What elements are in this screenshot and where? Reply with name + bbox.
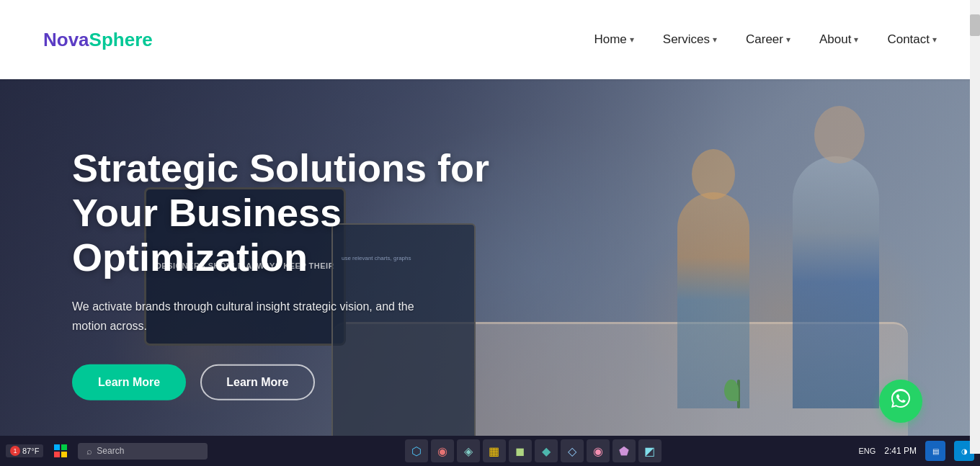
app-icon-4: ◉ [593, 444, 603, 458]
person-2-body [793, 156, 879, 408]
hero-section: DESIGNERS SHOULD ALWAYS KEEP THEIR use r… [0, 79, 980, 466]
taskbar-right: ENG 2:41 PM ▤ ◑ [858, 441, 974, 461]
search-text: Search [97, 446, 124, 456]
taskbar-search[interactable]: ⌕ Search [78, 443, 208, 460]
lang-display: ENG [858, 447, 876, 455]
windows-icon [54, 444, 67, 457]
home-chevron-icon: ▾ [630, 35, 634, 45]
nav-about[interactable]: About ▾ [819, 32, 858, 47]
temp-badge: 1 [10, 446, 20, 456]
taskbar-icon-3[interactable]: ◈ [457, 439, 480, 462]
learn-more-secondary-button[interactable]: Learn More [200, 364, 314, 400]
learn-more-primary-button[interactable]: Learn More [72, 364, 186, 400]
clock: 2:41 PM [884, 446, 917, 456]
plant-decoration [728, 380, 749, 423]
chrome-icon: ◉ [437, 444, 447, 458]
profile-badge: ▤ [932, 447, 939, 455]
whatsapp-icon [889, 387, 912, 416]
profile-badge-2: ◑ [961, 447, 968, 455]
app-icon-2: ◆ [542, 444, 551, 458]
time-display: 2:41 PM [884, 446, 917, 456]
hero-title: Strategic Solutions for Your Business Op… [72, 145, 576, 279]
app-icon: ◼ [515, 444, 525, 458]
search-icon: ⌕ [86, 446, 92, 457]
profile-icon-1[interactable]: ▤ [925, 441, 945, 461]
navigation: Home ▾ Services ▾ Career ▾ About ▾ Conta… [594, 32, 937, 47]
taskbar-icon-8[interactable]: ◉ [587, 439, 610, 462]
whatsapp-button[interactable] [879, 380, 922, 423]
taskbar-center-icons: ⬡ ◉ ◈ ▦ ◼ ◆ ◇ ◉ ⬟ ◩ [405, 439, 662, 462]
taskbar-icon-4[interactable]: ▦ [483, 439, 506, 462]
temp-value: 87°F [22, 447, 39, 455]
taskbar-icon-10[interactable]: ◩ [638, 439, 662, 462]
hero-buttons: Learn More Learn More [72, 364, 576, 400]
logo-part1: Nova [43, 29, 89, 50]
nav-home[interactable]: Home ▾ [594, 32, 633, 47]
taskbar-icon-2[interactable]: ◉ [431, 439, 454, 462]
taskbar-icon-7[interactable]: ◇ [561, 439, 584, 462]
browser-icon: ⬡ [411, 444, 422, 458]
header: NovaSphere Home ▾ Services ▾ Career ▾ Ab… [0, 0, 980, 79]
about-chevron-icon: ▾ [854, 35, 858, 45]
folder-icon: ▦ [489, 444, 499, 458]
windows-start-button[interactable] [49, 439, 72, 462]
career-chevron-icon: ▾ [786, 35, 790, 45]
app-icon-5: ⬟ [619, 444, 629, 458]
person-2-head [814, 106, 865, 163]
hero-subtitle: We activate brands through cultural insi… [72, 296, 447, 335]
taskbar-left: 1 87°F ⌕ Search [6, 439, 208, 462]
logo-part2: Sphere [89, 29, 153, 50]
nav-services[interactable]: Services ▾ [663, 32, 717, 47]
person-1-body [677, 192, 749, 408]
nav-career[interactable]: Career ▾ [746, 32, 790, 47]
app-icon-3: ◇ [568, 444, 576, 458]
services-chevron-icon: ▾ [713, 35, 717, 45]
temperature-display: 1 87°F [6, 444, 43, 457]
taskbar-icon-9[interactable]: ⬟ [612, 439, 636, 462]
taskbar-icon-6[interactable]: ◆ [535, 439, 558, 462]
taskbar-icon-1[interactable]: ⬡ [405, 439, 428, 462]
scrollbar-track[interactable] [970, 0, 980, 454]
hero-content: Strategic Solutions for Your Business Op… [72, 145, 576, 400]
nav-contact[interactable]: Contact ▾ [887, 32, 937, 47]
contact-chevron-icon: ▾ [932, 35, 937, 45]
edge-icon: ◈ [464, 444, 473, 458]
logo[interactable]: NovaSphere [43, 29, 153, 51]
plant-leaf [724, 380, 739, 401]
app-icon-6: ◩ [644, 444, 655, 458]
taskbar: 1 87°F ⌕ Search ⬡ ◉ ◈ ▦ ◼ ◆ [0, 436, 980, 466]
taskbar-icon-5[interactable]: ◼ [509, 439, 532, 462]
person-1-head [692, 149, 735, 200]
scrollbar-thumb[interactable] [970, 14, 980, 36]
